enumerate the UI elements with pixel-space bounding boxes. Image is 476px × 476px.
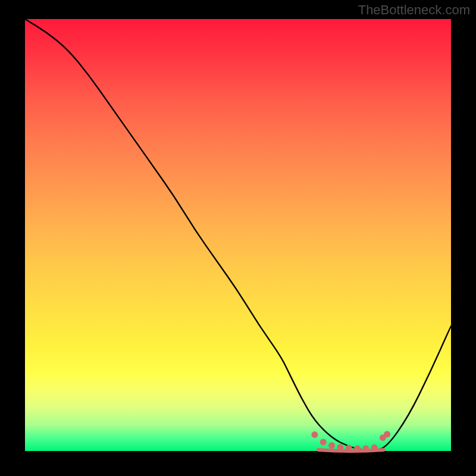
optimal-marker-dot (320, 439, 327, 445)
optimal-marker-dot (346, 445, 352, 452)
optimal-marker-dot (311, 431, 318, 438)
optimal-marker-dot (337, 444, 343, 450)
plot-area (25, 19, 451, 451)
optimal-marker-dot (362, 445, 369, 452)
optimal-marker-dot (371, 444, 378, 451)
optimal-marker-dot (384, 431, 390, 437)
optimal-zone-markers (311, 431, 390, 452)
attribution-text: TheBottleneck.com (358, 2, 470, 18)
optimal-marker-dot (328, 442, 335, 449)
bottleneck-curve (25, 19, 451, 451)
optimal-marker-dot (354, 445, 361, 452)
chart-svg (25, 19, 451, 451)
